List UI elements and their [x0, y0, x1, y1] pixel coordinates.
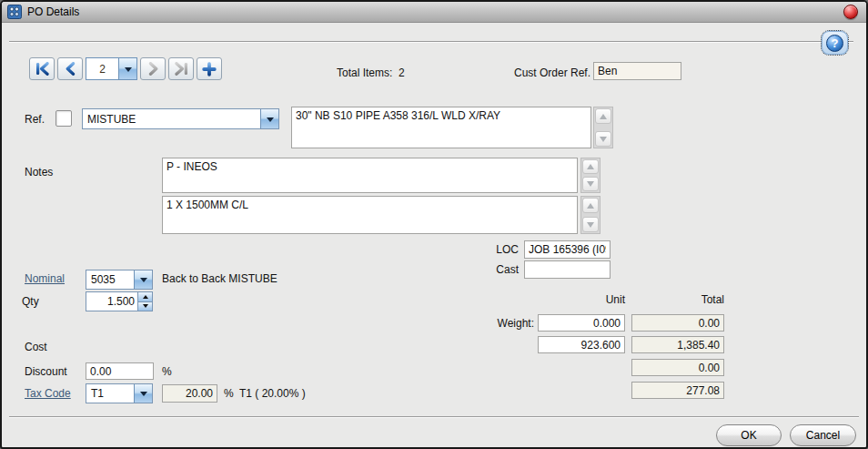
discount-percent-sign: % [162, 365, 172, 378]
plus-icon [202, 62, 217, 77]
app-icon [7, 5, 22, 19]
discount-label: Discount [25, 365, 67, 378]
weight-total-field: 0.00 [631, 314, 724, 332]
last-record-button [168, 57, 194, 80]
spin-down-button[interactable] [138, 302, 152, 311]
notes1-scrollbar [580, 158, 601, 193]
weight-label: Weight: [461, 317, 534, 330]
help-icon: ? [826, 35, 843, 52]
previous-record-icon [64, 62, 77, 76]
tax-code-link[interactable]: Tax Code [25, 387, 71, 400]
total-column-header: Total [651, 293, 724, 306]
ref-checkbox[interactable] [56, 110, 72, 127]
close-icon[interactable] [843, 5, 858, 19]
qty-label: Qty [22, 295, 39, 308]
record-navigator [29, 57, 222, 80]
ref-label: Ref. [25, 113, 45, 126]
tax-total-field: 277.08 [631, 382, 724, 399]
triangle-up-icon [587, 199, 594, 209]
title-bar[interactable]: PO Details [2, 2, 866, 23]
nominal-combo[interactable]: 5035 [86, 270, 153, 290]
triangle-up-icon [143, 292, 148, 299]
scroll-up-button[interactable] [582, 198, 599, 213]
chevron-down-icon [140, 392, 147, 400]
notes2-scrollbar [580, 196, 601, 234]
record-number-combo[interactable] [86, 57, 137, 80]
tax-percent-sign: % [224, 387, 234, 400]
tax-code-combo[interactable]: T1 [86, 383, 153, 403]
scroll-up-button[interactable] [595, 108, 611, 124]
first-record-button[interactable] [29, 57, 55, 80]
triangle-down-icon [600, 137, 607, 146]
unit-column-header: Unit [552, 293, 625, 306]
price-total-field: 1,385.40 [631, 336, 724, 353]
po-details-window: PO Details ? [0, 0, 868, 449]
nominal-link[interactable]: Nominal [25, 272, 65, 285]
help-button[interactable]: ? [821, 30, 849, 56]
product-combo[interactable]: MISTUBE [82, 108, 279, 129]
chevron-down-icon [267, 117, 274, 126]
qty-stepper[interactable] [86, 291, 153, 311]
nominal-dropdown-button[interactable] [134, 270, 152, 289]
price-unit-input[interactable] [538, 336, 625, 353]
notes-label: Notes [25, 166, 53, 179]
total-items-value: 2 [399, 66, 405, 79]
cancel-button[interactable]: Cancel [790, 424, 856, 446]
triangle-up-icon [600, 110, 607, 119]
cast-input[interactable] [524, 260, 611, 279]
triangle-down-icon [587, 222, 594, 231]
last-record-icon [174, 62, 189, 76]
top-divider [9, 41, 853, 43]
tax-description: T1 ( 20.00% ) [239, 387, 306, 400]
tax-dropdown-button[interactable] [134, 384, 152, 403]
cast-label: Cast [457, 263, 519, 276]
next-record-button [140, 57, 166, 80]
cust-order-ref-input[interactable] [593, 62, 681, 80]
first-record-icon [35, 62, 50, 76]
loc-label: LOC [457, 243, 519, 256]
product-dropdown-button[interactable] [260, 109, 278, 128]
previous-record-button[interactable] [57, 57, 83, 80]
triangle-up-icon [587, 160, 594, 169]
total-items-label: Total Items: [337, 66, 392, 79]
nominal-combo-value: 5035 [86, 270, 134, 289]
spin-up-button[interactable] [138, 292, 152, 302]
triangle-down-icon [143, 304, 148, 311]
description-textarea[interactable]: 30" NB S10 PIPE A358 316/L WLD X/RAY [291, 107, 591, 148]
nominal-description: Back to Back MISTUBE [162, 272, 278, 285]
scroll-down-button[interactable] [582, 217, 599, 232]
add-record-button[interactable] [197, 57, 222, 80]
ok-button[interactable]: OK [716, 424, 782, 446]
qty-input[interactable] [86, 292, 137, 311]
discount-input[interactable] [86, 362, 154, 380]
triangle-down-icon [587, 181, 594, 190]
discount-total-field: 0.00 [631, 359, 724, 376]
next-record-icon [146, 62, 160, 76]
chevron-down-icon [140, 278, 147, 286]
scroll-down-button[interactable] [582, 177, 599, 191]
chevron-down-icon [125, 67, 132, 76]
tax-rate-field: 20.00 [162, 384, 217, 403]
weight-unit-input[interactable] [538, 314, 625, 332]
notes-textarea-1[interactable]: P - INEOS [162, 158, 578, 193]
scroll-up-button[interactable] [582, 159, 599, 174]
window-title: PO Details [27, 5, 79, 18]
bottom-divider [9, 416, 859, 418]
cost-section-label: Cost [25, 341, 47, 353]
scroll-down-button[interactable] [595, 131, 611, 147]
notes-textarea-2[interactable]: 1 X 1500MM C/L [162, 196, 578, 234]
qty-spin-buttons [137, 292, 152, 311]
cust-order-ref-label: Cust Order Ref. [514, 66, 590, 79]
loc-input[interactable] [524, 240, 611, 259]
tax-code-combo-value: T1 [86, 384, 134, 403]
record-dropdown-button[interactable] [118, 58, 136, 79]
record-number-input[interactable] [86, 58, 118, 79]
description-scrollbar [593, 107, 613, 148]
product-combo-value: MISTUBE [83, 109, 260, 128]
